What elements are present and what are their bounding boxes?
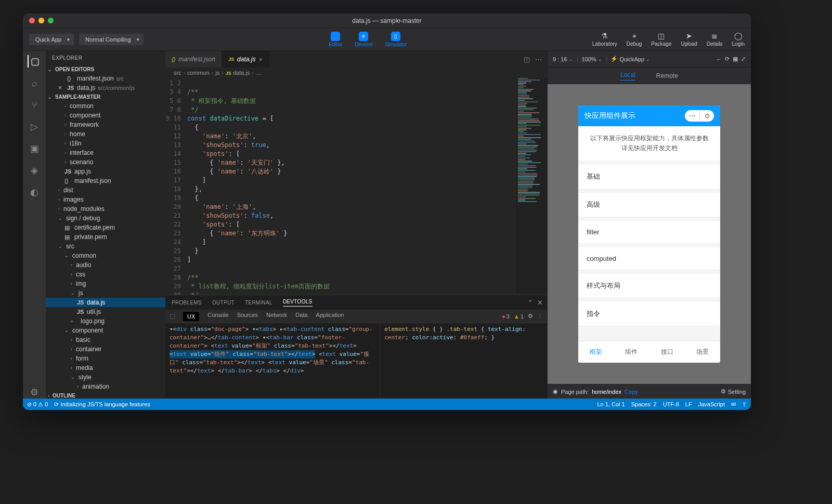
outline-section[interactable]: ›OUTLINE [46,391,165,399]
sim-time[interactable]: 9 : 16 ⌄ [553,56,574,62]
debug-button[interactable]: ⌖Debug [627,32,642,47]
details-button[interactable]: ≣Details [707,32,723,47]
device-tab-button[interactable]: 框架 [578,341,614,363]
support-icon[interactable]: ◐ [28,186,41,198]
project-section[interactable]: ⌄SAMPLE-MASTER [46,92,165,101]
tree-item[interactable]: ›animation [46,382,165,391]
sim-refresh-icon[interactable]: ⟳ [725,56,730,62]
device-list-item[interactable]: 基础 [578,165,720,189]
laboratory-button[interactable]: ⚗Laboratory [592,32,617,47]
dom-tree-pane[interactable]: ▾<div class="doc-page"> ▾<tabs> ▸<tab-co… [165,323,380,399]
error-count[interactable]: 3 [506,313,510,320]
device-tab-button[interactable]: 组件 [614,341,649,363]
problems-panel-tab[interactable]: PROBLEMS [172,300,202,306]
status-item[interactable]: JavaScript [698,401,725,407]
panel-close-icon[interactable]: ✕ [537,299,543,307]
devtools-data-tab[interactable]: Data [295,312,307,321]
editor-view-button[interactable]: Editor [323,30,347,49]
tree-item[interactable]: ⌄js [46,288,165,298]
device-list-item[interactable]: 样式与布局 [578,274,720,298]
device-list-item[interactable]: computed [578,247,720,270]
breadcrumb[interactable]: src›common›js›JS data.js›… [165,68,547,78]
tree-item[interactable]: ⌄common [46,251,165,260]
layers-icon[interactable]: ◈ [28,164,41,177]
tree-item[interactable]: ›scenario [46,157,165,167]
code-content[interactable]: /** * 框架指令, 基础数据 */ const dataDirective … [187,78,547,295]
simulator-local-tab[interactable]: Local [620,71,635,81]
inspect-icon[interactable]: ⬚ [170,313,175,320]
setting-gear-icon[interactable]: ⚙ [721,388,726,395]
settings-icon[interactable]: ⚙ [28,386,41,399]
tree-item[interactable]: ›common [46,101,165,111]
status-item[interactable]: ✉ [731,401,736,408]
warning-count[interactable]: 1 [521,313,524,320]
editor-tab[interactable]: {}manifest.json [165,51,222,68]
tree-item[interactable]: ›css [46,270,165,279]
status-item[interactable]: UTF-8 [663,401,679,407]
devtools-more-icon[interactable]: ⋮ [537,313,543,320]
device-body[interactable]: 以下将展示快应用框架能力，具体属性参数 详见快应用开发文档 基础高级filter… [578,126,720,341]
debug-icon[interactable]: ▷ [28,121,41,133]
panel-maximize-icon[interactable]: ⌃ [527,299,533,307]
tree-item[interactable]: ›media [46,363,165,373]
tree-item[interactable]: ⌄component [46,326,165,335]
maximize-window-button[interactable] [48,18,54,23]
open-editor-item[interactable]: ×JSdata.js src/common/js [46,83,165,92]
close-window-button[interactable] [29,18,35,23]
device-list-item[interactable]: 指令 [578,302,720,326]
copy-path-button[interactable]: Copy [625,389,638,395]
tree-item[interactable]: ⌄style [46,373,165,382]
code-editor[interactable]: 1 2 3 4 5 6 7 8 9 10 11 12 13 14 15 16 1… [165,78,547,295]
tree-item[interactable]: ›node_modules [46,204,165,214]
output-panel-tab[interactable]: OUTPUT [212,300,235,306]
sim-zoom[interactable]: 100% ⌄ [581,56,603,62]
radio-icon[interactable]: ◉ [553,388,558,395]
search-icon[interactable]: ⌕ [28,77,41,89]
tree-item[interactable]: ›basic [46,335,165,344]
devtools-network-tab[interactable]: Network [266,312,287,321]
tree-item[interactable]: ›images [46,195,165,204]
tree-item[interactable]: ›interface [46,148,165,157]
tree-item[interactable]: ⌄sign / debug [46,214,165,223]
sim-back-icon[interactable]: ← [716,56,722,62]
devtools-sources-tab[interactable]: Sources [237,312,258,321]
device-menu-button[interactable]: ⋯ [685,110,699,122]
tree-item[interactable]: ›dist [46,185,165,195]
open-editors-section[interactable]: ⌄OPEN EDITORS [46,65,165,74]
status-item[interactable]: ⟳ Initializing JS/TS language features [54,401,150,408]
tree-item[interactable]: ⌄src [46,242,165,251]
minimize-window-button[interactable] [38,18,44,23]
device-list-item[interactable]: 高级 [578,193,720,217]
extensions-icon[interactable]: ▣ [28,142,41,155]
login-button[interactable]: ◯Login [732,32,745,47]
tree-item[interactable]: ›form [46,354,165,363]
tree-item[interactable]: ›img [46,279,165,288]
sim-device[interactable]: ⚡ QuickApp ⌄ [610,56,651,62]
devtools-ux-tab[interactable]: UX [183,312,199,321]
status-item[interactable]: Spaces: 2 [631,401,657,407]
tree-item[interactable]: ›audio [46,260,165,270]
tree-item[interactable]: JSdata.js [46,298,165,307]
device-tab-button[interactable]: 接口 [649,341,685,363]
upload-button[interactable]: ➤Upload [681,32,697,47]
tree-item[interactable]: ›container [46,344,165,354]
devtools-console-tab[interactable]: Console [207,312,228,321]
simulator-view-button[interactable]: ▯Simulator [380,30,412,49]
tree-item[interactable]: ›component [46,111,165,120]
status-item[interactable]: ⇪ [742,401,747,408]
devtool-view-button[interactable]: ≡Devtool [349,30,378,49]
devtools-application-tab[interactable]: Application [316,312,344,321]
tree-item[interactable]: JSutil.js [46,307,165,316]
status-item[interactable]: LF [685,401,692,407]
explorer-icon[interactable]: ▢ [28,55,40,68]
tree-item[interactable]: {}manifest.json [46,176,165,185]
device-list-item[interactable]: filter [578,221,720,244]
tree-item[interactable]: ›framework [46,120,165,129]
devtools-panel-tab[interactable]: DEVTOOLS [283,299,313,307]
tree-item[interactable]: ›i18n [46,139,165,148]
split-editor-icon[interactable]: ◫ [524,56,530,63]
status-item[interactable]: ⊘ 0 ⚠ 0 [27,401,48,408]
more-actions-icon[interactable]: ⋯ [535,56,542,63]
source-control-icon[interactable]: ⑂ [28,99,41,111]
app-type-dropdown[interactable]: Quick App [29,34,74,45]
